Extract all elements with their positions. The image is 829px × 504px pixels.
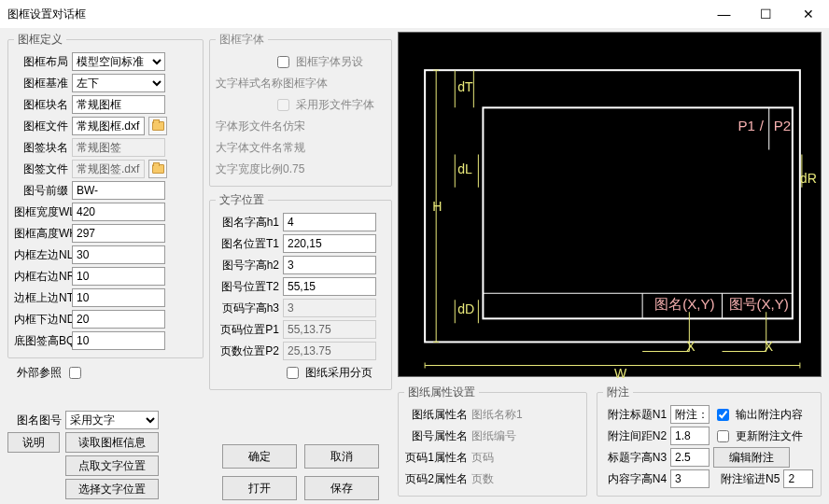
svg-text:/: / [760,118,765,133]
anno-indent-input[interactable] [783,469,813,488]
t2-input[interactable] [283,277,376,296]
attr-p1-value: 页码 [471,450,494,466]
attr-p2-value: 页数 [471,471,494,487]
wh-label: 图框高度WH [14,226,68,242]
framefile-input[interactable] [72,117,145,135]
paging-label: 图纸采用分页 [305,365,372,381]
base-select[interactable]: 左下 [72,74,165,92]
tbfile-label: 图签文件 [14,161,68,177]
preview-th: 图号(X,Y) [729,296,789,312]
readinfo-button[interactable]: 读取图框信息 [65,432,159,453]
minimize-button[interactable]: — [703,0,745,28]
wl-input[interactable] [72,203,165,221]
preview-H: H [432,199,442,214]
maximize-button[interactable]: ☐ [745,0,787,28]
framefile-browse-button[interactable] [148,117,167,135]
p2-input[interactable] [283,342,376,360]
close-button[interactable]: ✕ [787,0,829,28]
shapefont-label: 采用形文件字体 [296,97,374,113]
preview-W: W [614,366,627,381]
text-position-group: 文字位置 图名字高h1 图名位置T1 图号字高h2 图号位置T2 页码字高h3 … [209,192,392,390]
svg-rect-1 [483,107,792,318]
preview-X1: X [686,339,696,354]
clicktext-button[interactable]: 点取文字位置 [65,455,159,476]
folder-icon [152,121,164,131]
p2-label: 页数位置P2 [216,343,279,359]
help-button[interactable]: 说明 [7,432,60,453]
wl-label: 图框宽度WL [14,204,68,220]
anno-ch-input[interactable] [670,469,710,488]
tmmode-select[interactable]: 采用文字 [65,411,159,429]
t1-label: 图名位置T1 [216,236,279,252]
anno-indent-label: 附注缩进N5 [721,471,780,487]
h3-input[interactable] [283,299,376,317]
anno-ch-label: 内容字高N4 [603,471,667,487]
anno-title-label: 附注标题N1 [603,407,667,423]
nr-input[interactable] [72,267,165,286]
attr-p2-label: 页码2属性名 [404,471,468,487]
separate-font-checkbox[interactable] [277,56,289,68]
anno-th-input[interactable] [670,448,710,467]
frame-definition-group: 图框定义 图框布局模型空间标准 图框基准左下 图框块名 图框文件 图签块名 图签… [7,32,204,358]
block-input[interactable] [72,95,165,114]
p1-input[interactable] [283,320,376,339]
cancel-button[interactable]: 取消 [304,444,379,469]
preview-X2: X [765,339,774,354]
layout-select[interactable]: 模型空间标准 [72,52,165,71]
p1-label: 页码位置P1 [216,322,279,338]
anno-output-checkbox[interactable] [717,409,729,421]
nt-input[interactable] [72,288,165,307]
preview-dT: dT [457,79,473,94]
ratio-value: 0.75 [283,162,304,175]
layout-label: 图框布局 [14,54,68,70]
t2-label: 图号位置T2 [216,279,279,295]
tbfile-input[interactable] [72,160,145,178]
h2-label: 图号字高h2 [216,258,279,273]
attr-name-label: 图纸属性名 [404,407,468,423]
tbblock-input[interactable] [72,138,165,157]
seltext-button[interactable]: 选择文字位置 [65,479,159,499]
h1-input[interactable] [283,213,376,231]
wh-input[interactable] [72,224,165,243]
big-label: 大字体文件名 [216,140,279,156]
text-position-legend: 文字位置 [216,192,268,208]
tbblock-label: 图签块名 [14,140,68,156]
tbfile-browse-button[interactable] [148,160,167,178]
block-label: 图框块名 [14,97,68,113]
paging-checkbox[interactable] [287,367,299,379]
anno-update-checkbox[interactable] [717,430,729,442]
nd-label: 内框下边ND [14,312,68,328]
h2-input[interactable] [283,256,376,274]
frame-font-legend: 图框字体 [216,32,268,48]
anno-th-label: 标题字高N3 [603,450,667,466]
extref-checkbox[interactable] [69,367,81,379]
tmmode-label: 图名图号 [7,413,62,428]
anno-gap-label: 附注间距N2 [603,428,667,444]
frame-definition-legend: 图框定义 [14,32,66,48]
preview-dL: dL [457,161,472,176]
edit-anno-button[interactable]: 编辑附注 [713,447,790,468]
bq-input[interactable] [72,331,165,350]
open-button[interactable]: 打开 [222,476,297,500]
extref-label: 外部参照 [7,365,62,381]
anno-title-input[interactable] [670,405,710,424]
shp-label: 字体形文件名 [216,119,279,134]
t1-input[interactable] [283,234,376,253]
sheet-attr-group: 图纸属性设置 图纸属性名图纸名称1 图号属性名图纸编号 页码1属性名页码 页码2… [398,385,587,497]
attr-p1-label: 页码1属性名 [404,450,468,466]
prefix-input[interactable] [72,181,165,200]
anno-group: 附注 附注标题N1输出附注内容 附注间距N2更新附注文件 标题字高N3编辑附注 … [597,385,822,497]
window-title: 图框设置对话框 [7,7,703,22]
framefile-label: 图框文件 [14,119,68,134]
frame-font-group: 图框字体 图框字体另设 文字样式名称图框字体 采用形文件字体 字体形文件名仿宋 … [209,32,392,187]
attr-name-value: 图纸名称1 [471,407,523,423]
anno-gap-input[interactable] [670,427,710,445]
ok-button[interactable]: 确定 [222,444,297,469]
shp-value: 仿宋 [283,119,305,134]
bq-label: 底图签高BQ [14,333,68,349]
base-label: 图框基准 [14,76,68,91]
nl-input[interactable] [72,245,165,264]
save-button[interactable]: 保存 [304,476,379,500]
nd-input[interactable] [72,310,165,329]
nt-label: 边框上边NT [14,290,68,306]
